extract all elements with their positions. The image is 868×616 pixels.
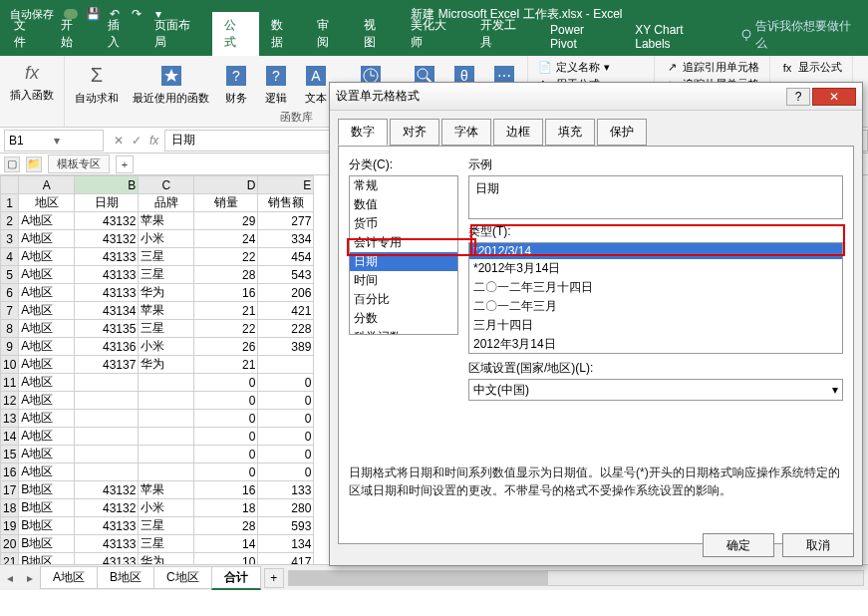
category-item[interactable]: 数值 [350, 195, 457, 214]
sheet-tab[interactable]: C地区 [153, 566, 212, 589]
tell-me-input[interactable]: 告诉我你想要做什么 [730, 14, 868, 56]
category-item[interactable]: 会计专用 [350, 233, 457, 252]
row-header[interactable]: 14 [1, 428, 19, 446]
row-header[interactable]: 3 [1, 230, 19, 248]
col-header[interactable]: A [19, 176, 75, 194]
dialog-tab-font[interactable]: 字体 [441, 119, 491, 146]
autosum-button[interactable]: Σ自动求和 [71, 61, 123, 108]
format-note: 日期格式将日期和时间系列数值显示为日期值。以星号(*)开头的日期格式响应操作系统… [349, 463, 843, 499]
row-header[interactable]: 12 [1, 392, 19, 410]
help-button[interactable]: ? [786, 88, 810, 106]
tab-xychartlabels[interactable]: XY Chart Labels [623, 18, 729, 56]
cancel-button[interactable]: 取消 [782, 533, 854, 557]
row-header[interactable]: 6 [1, 284, 19, 302]
text-icon: A [303, 63, 329, 89]
select-all[interactable] [1, 176, 19, 194]
new-icon[interactable]: ▢ [4, 156, 20, 172]
svg-text:?: ? [272, 68, 280, 84]
col-header[interactable]: C [139, 176, 194, 194]
col-header[interactable]: D [194, 176, 258, 194]
row-header[interactable]: 18 [1, 499, 19, 517]
fx-icon[interactable]: fx [149, 134, 158, 148]
category-listbox[interactable]: 常规数值货币会计专用日期时间百分比分数科学记数文本特殊自定义 [349, 175, 458, 335]
tab-file[interactable]: 文件 [2, 12, 49, 56]
row-header[interactable]: 10 [1, 356, 19, 374]
sheet-tab[interactable]: 合计 [211, 566, 261, 590]
dialog-tab-border[interactable]: 边框 [493, 119, 543, 146]
define-name-button[interactable]: 📄定义名称▾ [538, 60, 644, 75]
col-header[interactable]: B [75, 176, 139, 194]
worksheet-grid[interactable]: A B C D E 1 地区 日期 品牌 销量 销售额 2A地区43132苹果2… [0, 175, 314, 590]
category-item[interactable]: 日期 [350, 252, 457, 271]
ok-button[interactable]: 确定 [703, 533, 774, 557]
dialog-tab-number[interactable]: 数字 [338, 119, 388, 146]
tab-insert[interactable]: 插入 [96, 12, 143, 56]
type-listbox[interactable]: *2012/3/14*2012年3月14日二〇一二年三月十四日二〇一二年三月三月… [468, 242, 843, 354]
type-item[interactable]: *2012年3月14日 [469, 259, 842, 278]
table-row: 1 地区 日期 品牌 销量 销售额 [1, 194, 314, 212]
insert-function-button[interactable]: fx 插入函数 [6, 58, 58, 105]
tab-data[interactable]: 数据 [259, 12, 306, 56]
cancel-fx-icon[interactable]: ✕ [114, 134, 124, 148]
sheet-nav-next[interactable]: ▸ [20, 571, 40, 585]
recent-button[interactable]: 最近使用的函数 [129, 61, 213, 108]
category-item[interactable]: 货币 [350, 214, 457, 233]
tab-view[interactable]: 视图 [352, 12, 399, 56]
financial-button[interactable]: ?财务 [219, 61, 253, 108]
new-sheet-button[interactable]: + [264, 568, 284, 588]
folder-icon[interactable]: 📁 [26, 156, 42, 172]
type-item[interactable]: 三月十四日 [469, 316, 842, 335]
show-formulas-button[interactable]: fx显示公式 [780, 60, 842, 75]
row-header[interactable]: 15 [1, 446, 19, 463]
dialog-tab-protection[interactable]: 保护 [597, 119, 647, 146]
category-item[interactable]: 分数 [350, 309, 457, 328]
type-item[interactable]: 二〇一二年三月 [469, 297, 842, 316]
dialog-tab-fill[interactable]: 填充 [545, 119, 595, 146]
row-header[interactable]: 11 [1, 374, 19, 392]
row-header[interactable]: 1 [1, 194, 19, 212]
row-header[interactable]: 9 [1, 338, 19, 356]
horizontal-scrollbar[interactable] [288, 570, 864, 586]
tab-home[interactable]: 开始 [49, 12, 96, 56]
text-button[interactable]: A文本 [299, 61, 333, 108]
row-header[interactable]: 20 [1, 535, 19, 553]
type-item[interactable]: 2012年3月14日 [469, 335, 842, 354]
row-header[interactable]: 7 [1, 302, 19, 320]
tab-powerpivot[interactable]: Power Pivot [538, 18, 623, 56]
tab-formulas[interactable]: 公式 [212, 12, 259, 56]
row-header[interactable]: 13 [1, 410, 19, 428]
sheet-tab[interactable]: B地区 [97, 566, 154, 589]
trace-precedents-button[interactable]: ↗追踪引用单元格 [665, 60, 759, 75]
close-button[interactable]: ✕ [812, 88, 856, 106]
tab-review[interactable]: 审阅 [305, 12, 352, 56]
category-item[interactable]: 常规 [350, 176, 457, 195]
sheet-nav-prev[interactable]: ◂ [0, 571, 20, 585]
row-header[interactable]: 8 [1, 320, 19, 338]
scrollbar-thumb[interactable] [289, 571, 548, 585]
dialog-tab-alignment[interactable]: 对齐 [390, 119, 439, 146]
financial-icon: ? [223, 63, 249, 89]
tab-beautify[interactable]: 美化大师 [399, 12, 468, 56]
category-item[interactable]: 时间 [350, 271, 457, 290]
row-header[interactable]: 2 [1, 212, 19, 230]
logical-button[interactable]: ?逻辑 [259, 61, 293, 108]
name-box[interactable]: B1▾ [4, 130, 104, 152]
row-header[interactable]: 17 [1, 481, 19, 499]
col-header[interactable]: E [258, 176, 314, 194]
type-item[interactable]: *2012/3/14 [469, 243, 842, 259]
row-header[interactable]: 5 [1, 266, 19, 284]
category-item[interactable]: 科学记数 [350, 328, 457, 335]
template-add-button[interactable]: + [116, 155, 134, 173]
table-row: 16A地区00 [1, 463, 314, 481]
template-area-button[interactable]: 模板专区 [48, 154, 110, 173]
row-header[interactable]: 16 [1, 463, 19, 481]
row-header[interactable]: 19 [1, 517, 19, 535]
locale-select[interactable]: 中文(中国)▾ [468, 379, 843, 401]
type-item[interactable]: 二〇一二年三月十四日 [469, 278, 842, 297]
sheet-tab[interactable]: A地区 [40, 566, 98, 589]
enter-fx-icon[interactable]: ✓ [132, 134, 142, 148]
tab-pagelayout[interactable]: 页面布局 [143, 12, 212, 56]
category-item[interactable]: 百分比 [350, 290, 457, 309]
tab-developer[interactable]: 开发工具 [468, 12, 538, 56]
row-header[interactable]: 4 [1, 248, 19, 266]
